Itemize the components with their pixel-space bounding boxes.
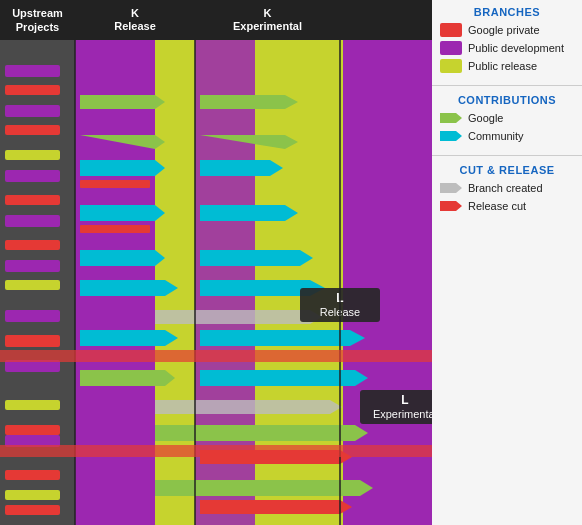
divider-2 [432, 155, 582, 156]
svg-marker-41 [200, 205, 298, 221]
diagram-area: Upstream Projects K Release K Experiment… [0, 0, 432, 525]
svg-rect-26 [5, 260, 60, 272]
svg-marker-44 [200, 95, 298, 109]
community-arrow-icon [440, 129, 462, 143]
public-release-swatch [440, 59, 462, 73]
svg-marker-48 [155, 425, 368, 441]
svg-marker-50 [155, 310, 322, 324]
legend-public-release: Public release [440, 59, 574, 73]
branches-section: BRANCHES Google private Public developme… [432, 0, 582, 83]
k-exp-sub: Experimental [233, 20, 302, 33]
k-exp-label: K [264, 7, 272, 20]
diagram-svg: L Release L Experimental [0, 40, 432, 525]
svg-marker-66 [440, 131, 462, 141]
release-cut-icon [440, 199, 462, 213]
legend-branch-created: Branch created [440, 181, 574, 195]
svg-rect-18 [5, 150, 60, 160]
contributions-title: CONTRIBUTIONS [440, 94, 574, 106]
google-private-label: Google private [468, 24, 540, 36]
svg-rect-24 [5, 170, 60, 182]
public-dev-swatch [440, 41, 462, 55]
svg-rect-10 [5, 85, 60, 95]
svg-rect-23 [5, 105, 60, 117]
k-release-label: K [131, 7, 139, 20]
k-release-sub: Release [114, 20, 156, 33]
svg-marker-68 [440, 201, 462, 211]
community-label: Community [468, 130, 524, 142]
release-cut-label: Release cut [468, 200, 526, 212]
branches-title: BRANCHES [440, 6, 574, 18]
svg-marker-33 [80, 280, 178, 296]
svg-marker-35 [80, 95, 165, 109]
svg-marker-32 [80, 250, 165, 266]
contributions-section: CONTRIBUTIONS Google Community [432, 88, 582, 153]
public-dev-label: Public development [468, 42, 564, 54]
svg-marker-40 [200, 160, 283, 176]
column-headers: Upstream Projects K Release K Experiment… [0, 0, 432, 40]
svg-rect-14 [5, 335, 60, 347]
legend-release-cut: Release cut [440, 199, 574, 213]
svg-marker-37 [80, 370, 175, 386]
svg-rect-12 [5, 195, 60, 205]
svg-rect-27 [5, 310, 60, 322]
legend-community: Community [440, 129, 574, 143]
svg-rect-39 [80, 225, 150, 233]
svg-rect-19 [5, 280, 60, 290]
svg-marker-34 [80, 330, 178, 346]
svg-marker-42 [200, 250, 313, 266]
google-private-swatch [440, 23, 462, 37]
svg-rect-13 [5, 240, 60, 250]
public-release-label: Public release [468, 60, 537, 72]
svg-marker-53 [200, 500, 352, 514]
svg-text:Experimental: Experimental [373, 408, 432, 420]
divider-1 [432, 85, 582, 86]
svg-rect-20 [5, 400, 60, 410]
legend-google-private: Google private [440, 23, 574, 37]
svg-marker-51 [155, 400, 342, 414]
svg-rect-17 [5, 505, 60, 515]
svg-rect-64 [0, 445, 432, 457]
legend-panel: BRANCHES Google private Public developme… [432, 0, 582, 525]
svg-marker-67 [440, 183, 462, 193]
svg-rect-15 [5, 425, 60, 435]
svg-text:L: L [401, 393, 408, 407]
cut-release-title: CUT & RELEASE [440, 164, 574, 176]
svg-rect-21 [5, 490, 60, 500]
legend-public-dev: Public development [440, 41, 574, 55]
google-label: Google [468, 112, 503, 124]
svg-marker-47 [200, 370, 368, 386]
col-upstream: Upstream Projects [0, 6, 75, 35]
svg-rect-11 [5, 125, 60, 135]
svg-rect-16 [5, 470, 60, 480]
legend-google: Google [440, 111, 574, 125]
branch-created-label: Branch created [468, 182, 543, 194]
cut-release-section: CUT & RELEASE Branch created Release cut [432, 158, 582, 223]
svg-rect-25 [5, 215, 60, 227]
branch-created-icon [440, 181, 462, 195]
col-k-release: K Release [75, 7, 195, 33]
google-arrow-icon [440, 111, 462, 125]
diagram-canvas: L Release L Experimental [0, 40, 432, 525]
svg-marker-65 [440, 113, 462, 123]
svg-marker-30 [80, 160, 165, 176]
svg-marker-31 [80, 205, 165, 221]
svg-rect-38 [80, 180, 150, 188]
svg-rect-22 [5, 65, 60, 77]
svg-rect-63 [0, 350, 432, 362]
main-container: Upstream Projects K Release K Experiment… [0, 0, 582, 525]
upstream-label: Upstream Projects [0, 6, 75, 35]
col-k-experimental: K Experimental [195, 7, 340, 33]
